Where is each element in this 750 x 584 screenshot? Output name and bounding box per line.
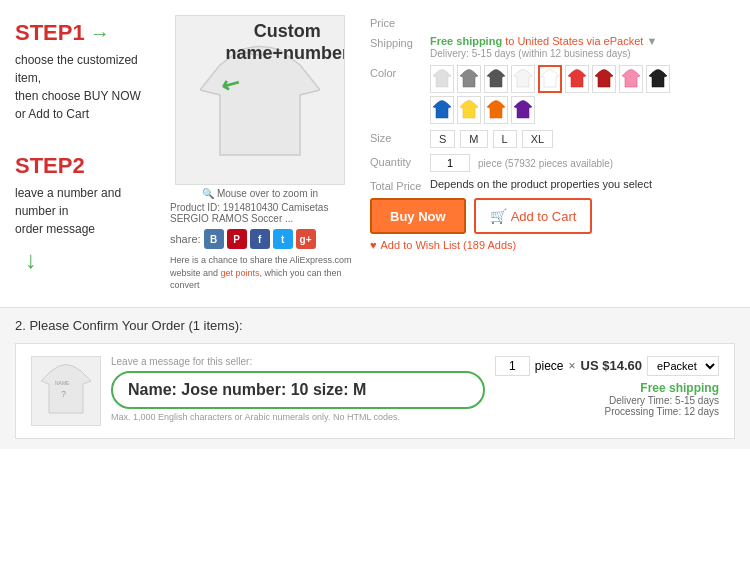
order-unit: piece [535,359,564,373]
get-points-link[interactable]: get points [221,268,260,278]
quantity-label: Quantity [370,154,430,168]
product-image-area: Customname+number ↙ 🔍 Mouse over to zoom… [160,10,360,297]
size-row: Size S M L XL [370,130,740,148]
shipping-row: Shipping Free shipping to United States … [370,35,740,59]
cart-icon: 🛒 [490,208,507,224]
step2-label: STEP2 [15,153,85,179]
color-swatch-pink[interactable] [619,65,643,93]
quantity-row: Quantity piece (57932 pieces available) [370,154,740,172]
social-vk-button[interactable]: В [204,229,224,249]
shipping-method-select[interactable]: ePacket [647,356,719,376]
step2-block: STEP2 leave a number and number in order… [15,153,150,274]
color-swatch-black[interactable] [646,65,670,93]
step2-line2: order message [15,222,95,236]
color-swatch-white[interactable] [430,65,454,93]
confirm-title: 2. Please Confirm Your Order (1 items): [15,318,735,333]
product-id-text: Product ID: 1914810430 Camisetas SERGIO … [170,202,328,224]
add-to-cart-button[interactable]: 🛒 Add to Cart [474,198,593,234]
color-row: Color [370,65,740,124]
order-details-middle: Leave a message for this seller: Max. 1,… [111,356,485,422]
social-facebook-button[interactable]: f [250,229,270,249]
free-shipping-badge: Free shipping [495,381,719,395]
svg-text:?: ? [61,389,66,399]
delivery-text: Delivery: 5-15 days (within 12 business … [430,48,631,59]
custom-label: Customname+number [225,21,345,64]
order-quantity-price: piece × US $14.60 ePacket [495,356,719,376]
social-googleplus-button[interactable]: g+ [296,229,316,249]
quantity-value: piece (57932 pieces available) [430,154,740,172]
size-m-button[interactable]: M [460,130,487,148]
zoom-icon: 🔍 [202,188,214,199]
total-price-value: Depends on the product properties you se… [430,178,740,190]
delivery-time-label: Delivery Time: [609,395,672,406]
page-container: STEP1 → choose the customized item, then… [0,0,750,449]
processing-time-label: Processing Time: [604,406,681,417]
char-limit-note: Max. 1,000 English characters or Arabic … [111,412,485,422]
seller-message-input[interactable] [111,371,485,409]
processing-time-value: 12 days [684,406,719,417]
order-quantity-input[interactable] [495,356,530,376]
step2-arrow-container: ↓ [15,246,150,274]
color-swatch-red[interactable] [565,65,589,93]
step2-title: STEP2 [15,153,150,179]
order-tshirt-svg: NAME ? [41,363,91,418]
step1-line2: then choose BUY NOW [15,89,141,103]
step1-title: STEP1 → [15,20,150,46]
shipping-text: Free shipping to United States via ePack… [430,35,657,47]
zoom-hint: 🔍 Mouse over to zoom in [202,188,318,199]
wishlist-label: Add to Wish List (189 Adds) [381,239,517,251]
color-swatches-container [430,65,740,124]
buy-now-button[interactable]: Buy Now [370,198,466,234]
processing-time-row: Processing Time: 12 days [495,406,719,417]
step1-text: choose the customized item, then choose … [15,51,150,123]
zoom-text: Mouse over to zoom in [217,188,318,199]
instructions-panel: STEP1 → choose the customized item, then… [0,10,160,297]
size-s-button[interactable]: S [430,130,455,148]
size-l-button[interactable]: L [493,130,517,148]
aliexpress-note: Here is a chance to share the AliExpress… [165,254,355,292]
delivery-time-row: Delivery Time: 5-15 days [495,395,719,406]
color-swatch-white2[interactable] [511,65,535,93]
shipping-label: Shipping [370,35,430,49]
step2-arrow-down-icon: ↓ [25,246,37,274]
order-item-image: NAME ? [31,356,101,426]
step1-line3: or Add to Cart [15,107,89,121]
color-label: Color [370,65,430,79]
color-swatch-white-selected[interactable] [538,65,562,93]
product-image[interactable]: Customname+number ↙ [175,15,345,185]
shipping-info-right: Free shipping Delivery Time: 5-15 days P… [495,381,719,417]
size-xl-button[interactable]: XL [522,130,553,148]
step1-label: STEP1 [15,20,85,46]
shipping-value: Free shipping to United States via ePack… [430,35,740,59]
color-swatch-blue[interactable] [430,96,454,124]
total-price-label: Total Price [370,178,430,192]
action-buttons: Buy Now 🛒 Add to Cart [370,198,740,234]
social-twitter-button[interactable]: t [273,229,293,249]
step1-arrow: → [90,22,110,45]
product-id: Product ID: 1914810430 Camisetas SERGIO … [165,202,355,224]
color-swatch-gray[interactable] [457,65,481,93]
color-swatch-darkgray[interactable] [484,65,508,93]
quantity-input[interactable] [430,154,470,172]
price-row: Price [370,15,740,29]
add-to-cart-label: Add to Cart [511,209,577,224]
size-value: S M L XL [430,130,740,148]
order-price: US $14.60 [581,358,642,373]
wishlist-row[interactable]: ♥ Add to Wish List (189 Adds) [370,239,740,251]
color-swatches [430,65,740,93]
svg-text:NAME: NAME [55,380,70,386]
heart-icon: ♥ [370,239,377,251]
step2-line1: leave a number and number in [15,186,121,218]
social-pinterest-button[interactable]: P [227,229,247,249]
color-swatch-darkred[interactable] [592,65,616,93]
seller-message-label: Leave a message for this seller: [111,356,485,367]
step2-text: leave a number and number in order messa… [15,184,150,238]
step1-block: STEP1 → choose the customized item, then… [15,20,150,123]
color-swatch-orange[interactable] [484,96,508,124]
order-card: NAME ? Leave a message for this seller: … [15,343,735,439]
share-section: share: В P f t g+ [165,229,355,249]
size-buttons: S M L XL [430,130,740,148]
top-section: STEP1 → choose the customized item, then… [0,0,750,308]
color-swatch-yellow[interactable] [457,96,481,124]
color-swatch-purple[interactable] [511,96,535,124]
